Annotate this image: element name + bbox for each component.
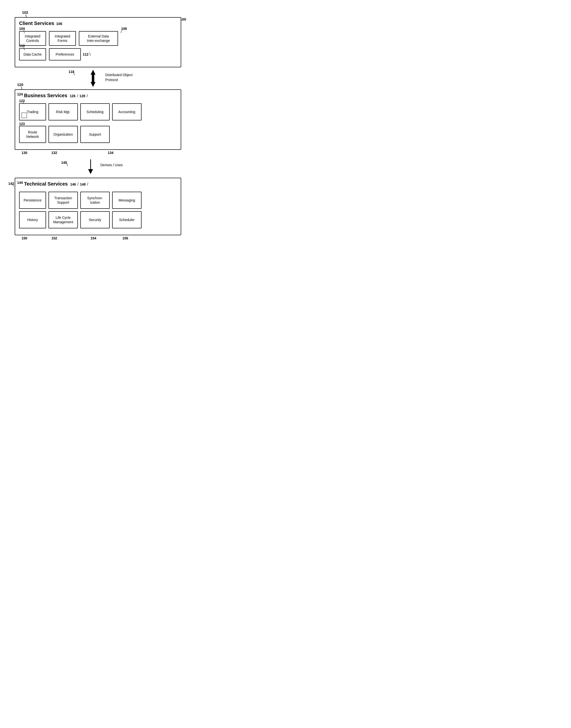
ref-156: 156 (122, 236, 128, 240)
ref-102: 102 (22, 10, 28, 14)
derives-area: 140 \ Derives / Uses (15, 158, 181, 178)
technical-row-1: Persistence TransactionSupport Synchron-… (19, 192, 177, 209)
ref-126-bracket: / (77, 94, 78, 98)
comp-route-network: RouteNetwork (19, 126, 46, 143)
comp-data-cache: Data Cache (19, 48, 46, 60)
ref-146: 146 (70, 183, 76, 186)
svg-marker-1 (91, 77, 96, 87)
comp-external-data: External DataInter-exchange (79, 31, 118, 46)
ref-148-bracket: / (87, 182, 88, 187)
ref-144: 144 (17, 180, 23, 185)
ref-130: 130 (21, 151, 27, 155)
ref-148: 148 (80, 183, 86, 186)
comp-organization: Organization (48, 126, 78, 143)
derives-label: Derives / Uses (100, 163, 123, 167)
ref-110-bracket: \ (23, 47, 24, 51)
comp-transaction-support: TransactionSupport (48, 192, 78, 209)
ref-134: 134 (108, 151, 113, 155)
comp-integrated-controls: IntegratedControls (19, 31, 46, 46)
business-services-title: Business Services (24, 93, 67, 98)
technical-bottom-refs: 150 152 154 156 (15, 236, 181, 242)
protocol-label: Distributed ObjectProtocol (105, 73, 132, 82)
ref-108-bracket: / (121, 30, 122, 34)
ref-123-area: 123 (19, 123, 177, 124)
technical-services-box: 144 Technical Services 146 / 148 / 142 \… (15, 178, 181, 235)
ref-128: 128 (80, 94, 85, 98)
ref-142-bracket: \ (13, 183, 14, 188)
ref-112: 112 (83, 52, 88, 56)
double-arrow-icon (83, 69, 103, 88)
ref-140: 140 (61, 160, 67, 164)
ref-132: 132 (51, 151, 57, 155)
client-row-2: 110 \ Data Cache Preferences 112 \ (19, 48, 177, 60)
client-row-1: 104 \ IntegratedControls IntegratedForms… (19, 31, 177, 46)
business-row-1: 122 \ Trading Risk Mgt. Scheduling Accou… (19, 103, 177, 120)
ref-123: 123 (19, 122, 25, 126)
svg-marker-3 (88, 169, 93, 174)
ref-124: 124 (17, 92, 23, 96)
comp-integrated-forms: IntegratedForms (49, 31, 76, 46)
business-row-2: RouteNetwork Organization Support (19, 126, 177, 143)
comp-risk-mgt: Risk Mgt. (48, 103, 78, 120)
ref-152: 152 (51, 236, 57, 240)
main-diagram: 100 } 102 \ Client Services 106 104 \ In… (7, 17, 189, 242)
trading-inner-box (21, 113, 27, 118)
ref-126: 126 (70, 94, 76, 98)
comp-lifecycle: Life CycleManagement (48, 211, 78, 228)
business-services-box: 124 Business Services 126 / 128 / 122 \ … (15, 89, 181, 150)
ref-128-bracket: / (87, 94, 88, 98)
comp-scheduling: Scheduling (80, 103, 110, 120)
client-services-box: Client Services 106 104 \ IntegratedCont… (15, 17, 181, 67)
ref-112-bracket: \ (89, 52, 90, 56)
ref-146-bracket: / (77, 182, 78, 187)
comp-preferences: Preferences (49, 48, 81, 60)
comp-persistence: Persistence (19, 192, 46, 209)
client-services-title: Client Services (19, 21, 54, 26)
technical-row-2: History Life CycleManagement Security Sc… (19, 211, 177, 228)
ref-150: 150 (21, 236, 27, 240)
comp-security: Security (80, 211, 110, 228)
comp-trading: Trading (19, 103, 46, 120)
derives-arrow-icon (83, 158, 98, 175)
comp-support: Support (80, 126, 110, 143)
ref-106: 106 (56, 21, 62, 26)
comp-history: History (19, 211, 46, 228)
ref-118-bracket: \ (74, 72, 75, 76)
comp-scheduler: Scheduler (112, 211, 141, 228)
ref-154: 154 (91, 236, 96, 240)
protocol-area: 118 \ Distributed ObjectProtocol (15, 67, 181, 89)
ref-108: 108 (121, 27, 127, 31)
ref-140-bracket: \ (67, 162, 68, 167)
comp-messaging: Messaging (112, 192, 141, 209)
comp-accounting: Accounting (112, 103, 141, 120)
technical-services-title: Technical Services (24, 181, 68, 187)
ref-104-bracket: \ (23, 30, 24, 34)
comp-synchronization: Synchron-ization (80, 192, 110, 209)
